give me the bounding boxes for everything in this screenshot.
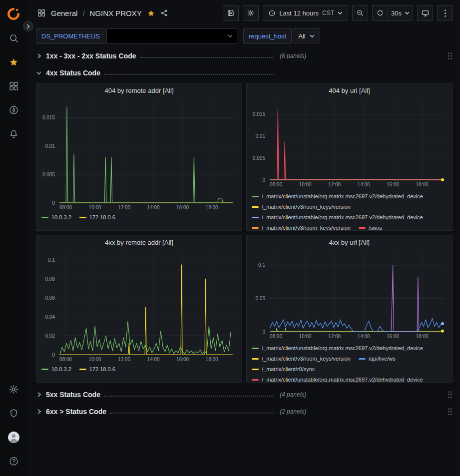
variable-value-dropdown[interactable]: All <box>293 28 320 43</box>
variable-value: All <box>298 32 305 40</box>
time-range-picker[interactable]: Last 12 hours CST <box>263 5 348 21</box>
breadcrumb-section[interactable]: General <box>51 9 77 17</box>
svg-text:0.1: 0.1 <box>48 257 55 263</box>
panel-404-by-uri: 404 by uri [All] 08:0010:0012:0014:0016:… <box>246 83 453 231</box>
svg-text:08:00: 08:00 <box>270 334 282 339</box>
dashboards-icon[interactable] <box>6 79 20 93</box>
starred-dashboards-icon[interactable] <box>6 55 20 69</box>
panel-title[interactable]: 4xx by uri [All] <box>251 235 448 250</box>
chart-404-by-uri[interactable]: 08:0010:0012:0014:0016:0018:0000.0050.01… <box>251 98 448 190</box>
row-title: 5xx Status Code <box>46 391 100 399</box>
legend-series-label: 172.18.0.6 <box>89 366 115 372</box>
legend-series-label: 10.0.3.2 <box>51 214 71 220</box>
breadcrumb-dashboard-title[interactable]: NGINX PROXY <box>90 9 142 17</box>
legend-item[interactable]: /api/live/ws <box>359 354 396 363</box>
legend-item[interactable]: /_matrix/client/unstable/org.matrix.msc2… <box>252 192 423 201</box>
legend-series-label: 10.0.3.2 <box>51 366 71 372</box>
row-panel-count: (4 panels) <box>280 391 306 398</box>
svg-text:14:00: 14:00 <box>358 334 370 339</box>
svg-text:08:00: 08:00 <box>59 205 72 210</box>
svg-text:10:00: 10:00 <box>299 334 312 339</box>
svg-text:0.05: 0.05 <box>256 296 266 301</box>
panel-4xx-by-uri: 4xx by uri [All] 08:0010:0012:0014:0016:… <box>246 235 453 383</box>
svg-text:0.01: 0.01 <box>45 143 55 149</box>
header-actions: Last 12 hours CST 30s <box>223 5 453 21</box>
chart-4xx-by-remote-addr[interactable]: 08:0010:0012:0014:0016:0018:0000.020.040… <box>40 250 238 363</box>
row-4xx[interactable]: 4xx Status Code <box>36 66 453 80</box>
legend-series-label: /_matrix/client/unstable/org.matrix.msc2… <box>262 345 423 351</box>
grafana-logo-icon <box>7 7 20 20</box>
legend-item[interactable]: /_matrix/client/r0/sync <box>252 365 315 374</box>
variable-value-dropdown[interactable] <box>106 28 237 43</box>
legend-item[interactable]: /_matrix/client/v3/room_keys/version <box>252 202 351 211</box>
svg-text:18:00: 18:00 <box>206 357 218 362</box>
legend-item[interactable]: /_matrix/client/unstable/org.matrix.msc2… <box>252 344 423 353</box>
legend-item[interactable]: 10.0.3.2 <box>41 213 71 222</box>
zoom-out-time-button[interactable] <box>352 5 368 21</box>
explore-compass-icon[interactable] <box>6 103 20 117</box>
kebab-menu-icon <box>444 9 447 17</box>
panel-title[interactable]: 404 by remote addr [All] <box>40 83 238 98</box>
svg-text:0.005: 0.005 <box>253 155 265 161</box>
panel-title[interactable]: 4xx by remote addr [All] <box>40 235 238 250</box>
legend-item[interactable]: /_matrix/client/unstable/org.matrix.msc2… <box>252 375 423 383</box>
row-5xx[interactable]: 5xx Status Code (4 panels) <box>36 388 453 402</box>
row-drag-handle[interactable] <box>448 52 453 60</box>
chevron-down-icon <box>228 34 233 38</box>
row-1xx-3xx-2xx[interactable]: 1xx - 3xx - 2xx Status Code (6 panels) <box>36 49 453 63</box>
star-icon[interactable] <box>147 9 155 17</box>
chart-404-by-remote-addr[interactable]: 08:0010:0012:0014:0016:0018:0000.0050.01… <box>40 98 238 211</box>
breadcrumb: General / NGINX PROXY <box>37 8 168 17</box>
refresh-button[interactable] <box>372 5 388 21</box>
series-endpoint-dot <box>441 330 444 333</box>
dashboard-settings-button[interactable] <box>243 5 259 21</box>
legend-series-marker <box>252 348 259 349</box>
variable-label[interactable]: DS_PROMETHEUS <box>36 28 105 44</box>
alerting-bell-icon[interactable] <box>6 127 20 141</box>
legend-item[interactable]: 10.0.3.2 <box>41 365 71 374</box>
cycle-view-mode-button[interactable] <box>417 5 433 21</box>
help-icon[interactable] <box>6 454 20 468</box>
svg-text:14:00: 14:00 <box>147 357 160 362</box>
svg-text:0: 0 <box>262 329 265 335</box>
legend-item[interactable]: /sw.js <box>359 223 382 231</box>
legend-series-label: /_matrix/client/v3/room_keys/version <box>262 204 351 210</box>
variable-ds-prometheus: DS_PROMETHEUS <box>36 28 237 44</box>
chevron-right-icon <box>36 392 42 398</box>
row-drag-handle[interactable] <box>448 408 453 416</box>
variable-label[interactable]: request_host <box>243 28 292 44</box>
row-title-group: 4xx Status Code <box>36 69 275 77</box>
zoom-out-icon <box>356 9 364 17</box>
save-dashboard-button[interactable] <box>223 5 239 21</box>
legend-item[interactable]: /_matrix/client/v3/room_keys/version <box>252 354 351 363</box>
user-avatar[interactable] <box>6 430 20 444</box>
time-range-label: Last 12 hours <box>279 9 319 17</box>
svg-text:16:00: 16:00 <box>176 357 189 362</box>
svg-text:10:00: 10:00 <box>89 357 101 362</box>
svg-text:16:00: 16:00 <box>387 182 399 187</box>
legend-item[interactable]: 172.18.0.6 <box>79 365 115 374</box>
legend-item[interactable]: /_matrix/client/unstable/org.matrix.msc2… <box>252 213 423 222</box>
grafana-logo[interactable] <box>6 7 20 21</box>
legend-item[interactable]: /_matrix/client/v3/room_keys/version <box>252 223 351 231</box>
chevron-right-icon <box>36 53 42 59</box>
sidebar-expand-button[interactable] <box>23 21 33 31</box>
more-options-button[interactable] <box>437 5 453 21</box>
legend-item[interactable]: 172.18.0.6 <box>79 213 115 222</box>
panel-title[interactable]: 404 by uri [All] <box>251 83 448 98</box>
dashboard-header: General / NGINX PROXY <box>27 0 460 26</box>
chevron-right-icon <box>36 409 42 415</box>
server-admin-shield-icon[interactable] <box>6 406 20 420</box>
chart-4xx-by-uri[interactable]: 08:0010:0012:0014:0016:0018:0000.050.1 <box>251 250 448 342</box>
legend-series-marker <box>252 358 259 360</box>
search-icon[interactable] <box>6 31 20 45</box>
configuration-gear-icon[interactable] <box>6 382 20 396</box>
legend-series-marker <box>79 217 86 218</box>
row-drag-handle[interactable] <box>448 391 453 399</box>
svg-text:08:00: 08:00 <box>59 357 72 362</box>
refresh-interval-dropdown[interactable]: 30s <box>388 5 413 21</box>
share-icon[interactable] <box>160 9 168 17</box>
legend-series-marker <box>79 369 86 370</box>
row-6xx[interactable]: 6xx > Status Code (2 panels) <box>36 405 453 419</box>
chart-legend: 10.0.3.2172.18.0.6 <box>40 363 238 374</box>
